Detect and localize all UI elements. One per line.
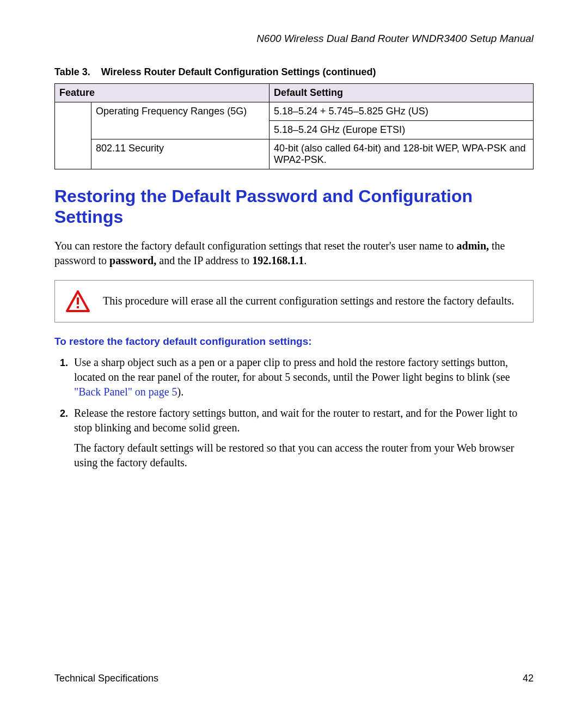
feature-name: Operating Frequency Ranges (5G): [91, 102, 270, 139]
step-text: Release the restore factory settings but…: [74, 407, 517, 434]
svg-rect-1: [77, 297, 79, 305]
list-item: Release the restore factory settings but…: [71, 406, 534, 470]
page-number: 42: [523, 673, 534, 684]
back-panel-link[interactable]: "Back Panel" on page 5: [74, 386, 177, 398]
page: N600 Wireless Dual Band Router WNDR3400 …: [0, 0, 588, 706]
feature-value: 40-bit (also called 64-bit) and 128-bit …: [270, 139, 534, 169]
page-footer: Technical Specifications 42: [54, 673, 534, 684]
feature-name: 802.11 Security: [91, 139, 270, 169]
step-text: ).: [177, 386, 184, 398]
feature-value: 5.18–5.24 GHz (Europe ETSI): [270, 121, 534, 139]
th-default: Default Setting: [270, 84, 534, 102]
table-row: 802.11 Security 40-bit (also called 64-b…: [55, 139, 534, 169]
row-group-gap: [55, 102, 91, 169]
running-head: N600 Wireless Dual Band Router WNDR3400 …: [54, 33, 534, 45]
svg-rect-2: [77, 306, 79, 308]
intro-ip: 192.168.1.1: [252, 254, 304, 266]
config-table: Feature Default Setting Operating Freque…: [54, 83, 534, 169]
step-followup: The factory default settings will be res…: [74, 441, 534, 470]
intro-text: .: [304, 254, 307, 266]
table-number: Table 3.: [54, 66, 90, 77]
warning-icon: [66, 290, 90, 312]
intro-admin-word: admin,: [457, 240, 489, 252]
intro-paragraph: You can restore the factory default conf…: [54, 239, 534, 268]
section-heading: Restoring the Default Password and Confi…: [54, 186, 534, 228]
list-item: Use a sharp object such as a pen or a pa…: [71, 355, 534, 399]
th-feature: Feature: [55, 84, 270, 102]
step-text: Use a sharp object such as a pen or a pa…: [74, 356, 510, 383]
procedure-steps: Use a sharp object such as a pen or a pa…: [54, 355, 534, 470]
warning-text: This procedure will erase all the curren…: [103, 294, 522, 308]
intro-text: and the IP address to: [159, 254, 252, 266]
table-caption: Table 3. Wireless Router Default Configu…: [54, 66, 534, 78]
table-title: Wireless Router Default Configuration Se…: [101, 66, 376, 77]
procedure-heading: To restore the factory default configura…: [54, 336, 534, 348]
intro-password-word: password,: [109, 254, 156, 266]
warning-callout: This procedure will erase all the curren…: [54, 280, 534, 322]
table-row: Operating Frequency Ranges (5G) 5.18–5.2…: [55, 102, 534, 121]
footer-section: Technical Specifications: [54, 673, 158, 684]
intro-text: You can restore the factory default conf…: [54, 240, 457, 252]
feature-value: 5.18–5.24 + 5.745–5.825 GHz (US): [270, 102, 534, 121]
